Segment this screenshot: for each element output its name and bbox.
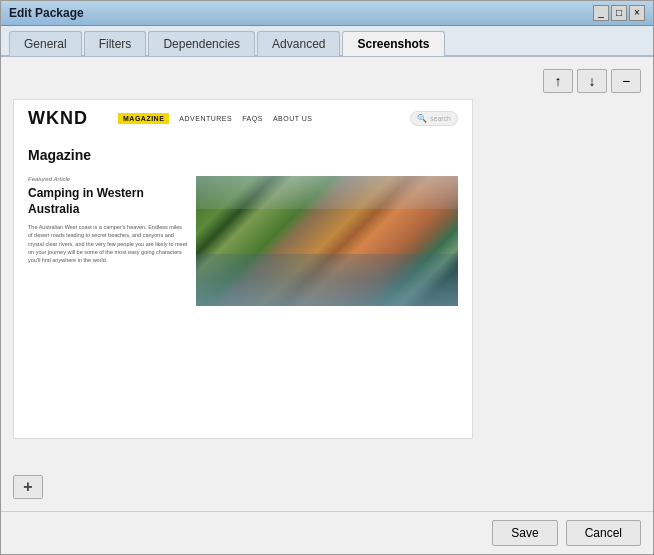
mini-nav-adventures: ADVENTURES: [179, 115, 232, 122]
mini-article-tag: Featured Article: [28, 176, 188, 182]
mini-article-body: The Australian West coast is a camper's …: [28, 223, 188, 264]
move-down-button[interactable]: ↓: [577, 69, 607, 93]
dialog-title: Edit Package: [9, 6, 84, 20]
restore-button[interactable]: □: [611, 5, 627, 21]
mini-nav: WKND MAGAZINE ADVENTURES FAQS ABOUT US 🔍…: [14, 100, 472, 137]
screenshot-item[interactable]: WKND MAGAZINE ADVENTURES FAQS ABOUT US 🔍…: [13, 99, 473, 439]
screenshots-list: WKND MAGAZINE ADVENTURES FAQS ABOUT US 🔍…: [13, 99, 641, 467]
tab-advanced[interactable]: Advanced: [257, 31, 340, 56]
minimize-button[interactable]: _: [593, 5, 609, 21]
mini-article-image: [196, 176, 458, 306]
add-screenshot-button[interactable]: +: [13, 475, 43, 499]
mini-search-placeholder: search: [430, 115, 451, 122]
mini-nav-magazine: MAGAZINE: [118, 113, 169, 124]
screenshots-wrapper: ↑ ↓ − WKND MAGAZINE ADVENTURES: [13, 69, 641, 499]
mini-article-heading: Camping in Western Australia: [28, 186, 188, 217]
mini-search: 🔍 search: [410, 111, 458, 126]
mini-logo: WKND: [28, 108, 88, 129]
mini-hero: Magazine: [14, 137, 472, 176]
tab-general[interactable]: General: [9, 31, 82, 56]
tab-filters[interactable]: Filters: [84, 31, 147, 56]
move-up-button[interactable]: ↑: [543, 69, 573, 93]
search-icon: 🔍: [417, 114, 427, 123]
screenshot-preview: WKND MAGAZINE ADVENTURES FAQS ABOUT US 🔍…: [14, 100, 472, 438]
dialog-footer: Save Cancel: [1, 511, 653, 554]
add-button-area: +: [13, 475, 641, 499]
tab-bar: General Filters Dependencies Advanced Sc…: [1, 26, 653, 57]
mini-hero-title: Magazine: [28, 147, 458, 163]
remove-button[interactable]: −: [611, 69, 641, 93]
save-button[interactable]: Save: [492, 520, 557, 546]
content-area: ↑ ↓ − WKND MAGAZINE ADVENTURES: [1, 57, 653, 511]
sky-overlay: [196, 176, 458, 209]
mini-nav-faqs: FAQS: [242, 115, 263, 122]
title-bar-buttons: _ □ ×: [593, 5, 645, 21]
tab-screenshots[interactable]: Screenshots: [342, 31, 444, 56]
screenshot-top-controls: ↑ ↓ −: [13, 69, 641, 93]
cancel-button[interactable]: Cancel: [566, 520, 641, 546]
mini-article-text: Featured Article Camping in Western Aust…: [28, 176, 188, 306]
screenshots-row: WKND MAGAZINE ADVENTURES FAQS ABOUT US 🔍…: [13, 99, 641, 467]
river-overlay: [196, 254, 458, 306]
edit-package-dialog: Edit Package _ □ × General Filters Depen…: [0, 0, 654, 555]
close-button[interactable]: ×: [629, 5, 645, 21]
mini-article: Featured Article Camping in Western Aust…: [14, 176, 472, 306]
title-bar: Edit Package _ □ ×: [1, 1, 653, 26]
tab-dependencies[interactable]: Dependencies: [148, 31, 255, 56]
mini-nav-aboutus: ABOUT US: [273, 115, 313, 122]
